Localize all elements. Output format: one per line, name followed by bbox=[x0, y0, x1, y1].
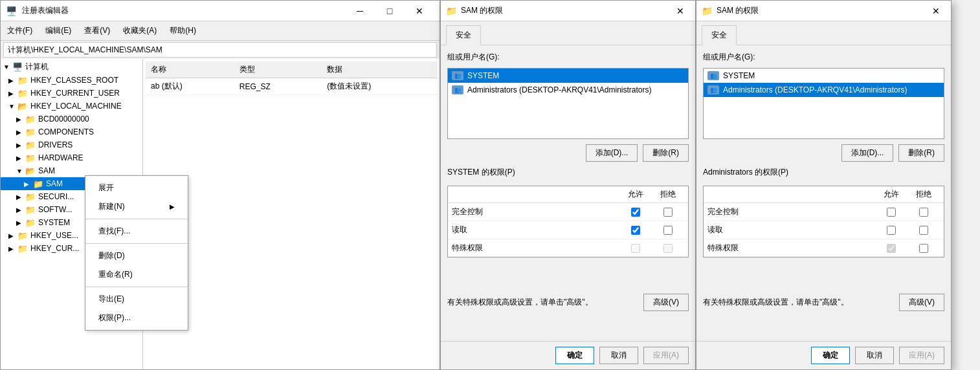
ctx-export[interactable]: 导出(E) bbox=[85, 290, 188, 309]
dialog2-perm-read-label: 读取 bbox=[707, 224, 875, 235]
menu-view[interactable]: 查看(V) bbox=[78, 23, 117, 39]
dialog2-perm-read-deny[interactable] bbox=[908, 226, 940, 235]
dialog2-checkbox-read-deny[interactable] bbox=[919, 226, 928, 235]
tree-hardware-label: HARDWARE bbox=[38, 153, 84, 162]
dialog1-perm-special-deny[interactable] bbox=[652, 244, 684, 253]
dialog1-perm-row-full: 完全控制 bbox=[448, 203, 688, 221]
dialog2-user-system-icon: 👥 bbox=[707, 71, 719, 80]
menu-file[interactable]: 文件(F) bbox=[1, 23, 39, 39]
tree-computer[interactable]: ▼ 🖥️ 计算机 bbox=[1, 60, 142, 74]
folder-hklm: 📂 bbox=[17, 101, 28, 111]
dialog1-checkbox-read-allow[interactable] bbox=[631, 226, 640, 235]
dialog2-perm-special-allow[interactable] bbox=[875, 244, 908, 253]
close-button[interactable]: ✕ bbox=[405, 1, 434, 21]
folder-software: 📁 bbox=[25, 204, 36, 215]
folder-drivers: 📁 bbox=[25, 140, 36, 150]
dialog2-add-button[interactable]: 添加(D)... bbox=[841, 144, 894, 162]
ctx-rename[interactable]: 重命名(R) bbox=[85, 265, 188, 284]
dialog2-title-text: SAM 的权限 bbox=[717, 5, 922, 16]
dialog1-remove-button[interactable]: 删除(R) bbox=[643, 144, 689, 162]
dialog1-user-system[interactable]: 👥 SYSTEM bbox=[448, 69, 688, 83]
dialog2-user-list[interactable]: 👥 SYSTEM 👥 Administrators (DESKTOP-AKRQV… bbox=[703, 68, 944, 139]
tree-hardware[interactable]: ▶ 📁 HARDWARE bbox=[1, 151, 142, 164]
dialog1-perm-col-deny: 拒绝 bbox=[652, 189, 684, 200]
dialog2-remove-button[interactable]: 删除(R) bbox=[898, 144, 944, 162]
dialog1-ok-button[interactable]: 确定 bbox=[555, 347, 594, 364]
dialog1-advanced-button[interactable]: 高级(V) bbox=[643, 294, 689, 311]
maximize-button[interactable]: □ bbox=[375, 1, 405, 21]
address-label: 计算机\HKEY_LOCAL_MACHINE\SAM\SAM bbox=[8, 45, 162, 56]
dialog1-add-button[interactable]: 添加(D)... bbox=[586, 144, 638, 162]
arrow-hklm: ▼ bbox=[8, 103, 16, 110]
ctx-new-arrow: ▶ bbox=[170, 203, 175, 210]
dialog1-tab-security[interactable]: 安全 bbox=[446, 25, 481, 45]
tree-hkcc-label: HKEY_CUR... bbox=[30, 244, 79, 253]
dialog2-checkbox-special-allow bbox=[887, 244, 896, 253]
dialog2: 📁 SAM 的权限 ✕ 安全 组或用户名(G): 👥 SYSTEM 👥 Admi… bbox=[696, 0, 952, 370]
dialog2-cancel-button[interactable]: 取消 bbox=[855, 347, 894, 364]
dialog2-checkbox-special-deny[interactable] bbox=[919, 244, 928, 253]
menu-help[interactable]: 帮助(H) bbox=[163, 23, 203, 39]
dialog2-footer: 确定 取消 应用(A) bbox=[696, 341, 951, 369]
tree-bcd[interactable]: ▶ 📁 BCD00000000 bbox=[1, 113, 142, 125]
dialog2-checkbox-full-allow[interactable] bbox=[887, 208, 896, 217]
tree-hkcu-label: HKEY_CURRENT_USER bbox=[30, 89, 120, 98]
table-row[interactable]: ab (默认) REG_SZ (数值未设置) bbox=[146, 78, 437, 95]
dialog1-checkbox-special-allow bbox=[631, 244, 640, 253]
dialog1-perm-full-label: 完全控制 bbox=[452, 206, 619, 217]
dialog1-cancel-button[interactable]: 取消 bbox=[599, 347, 638, 364]
dialog1-perm-full-allow[interactable] bbox=[619, 208, 652, 217]
arrow-sam-sam: ▶ bbox=[24, 180, 32, 188]
dialog1-checkbox-read-deny[interactable] bbox=[663, 226, 673, 235]
dialog2-perm-special-deny[interactable] bbox=[908, 244, 940, 253]
dialog1-perm-read-allow[interactable] bbox=[619, 226, 652, 235]
title-bar: 🖥️ 注册表编辑器 ─ □ ✕ bbox=[1, 1, 440, 21]
dialog1-perm-full-deny[interactable] bbox=[652, 208, 684, 217]
ctx-find[interactable]: 查找(F)... bbox=[85, 222, 188, 241]
minimize-button[interactable]: ─ bbox=[345, 1, 375, 21]
dialog1-apply-button[interactable]: 应用(A) bbox=[643, 347, 689, 364]
tree-components[interactable]: ▶ 📁 COMPONENTS bbox=[1, 125, 142, 138]
dialog2-perm-col-deny: 拒绝 bbox=[908, 189, 940, 200]
tree-components-label: COMPONENTS bbox=[38, 127, 94, 136]
context-menu: 展开 新建(N) ▶ 查找(F)... 删除(D) 重命名(R) 导出(E) 权… bbox=[85, 175, 188, 331]
dialog2-apply-button[interactable]: 应用(A) bbox=[899, 347, 944, 364]
menu-edit[interactable]: 编辑(E) bbox=[39, 23, 78, 39]
ctx-new[interactable]: 新建(N) ▶ bbox=[85, 197, 188, 216]
tree-hkcu[interactable]: ▶ 📁 HKEY_CURRENT_USER bbox=[1, 87, 142, 100]
dialog1-close-button[interactable]: ✕ bbox=[671, 2, 690, 20]
dialog2-user-admins[interactable]: 👥 Administrators (DESKTOP-AKRQV41\Admini… bbox=[704, 83, 944, 97]
dialog1-user-list[interactable]: 👥 SYSTEM 👥 Administrators (DESKTOP-AKRQV… bbox=[447, 68, 689, 139]
dialog2-note: 有关特殊权限或高级设置，请单击"高级"。 bbox=[703, 297, 849, 308]
dialog1-checkbox-full-allow[interactable] bbox=[631, 208, 640, 217]
dialog2-close-button[interactable]: ✕ bbox=[926, 2, 946, 20]
dialog2-perm-full-deny[interactable] bbox=[908, 208, 940, 217]
dialog2-perm-row-read: 读取 bbox=[704, 221, 944, 239]
tree-drivers[interactable]: ▶ 📁 DRIVERS bbox=[1, 138, 142, 151]
dialog2-perm-read-allow[interactable] bbox=[875, 226, 908, 235]
dialog2-perm-full-allow[interactable] bbox=[875, 208, 908, 217]
tree-hklm[interactable]: ▼ 📂 HKEY_LOCAL_MACHINE bbox=[1, 100, 142, 113]
ctx-delete[interactable]: 删除(D) bbox=[85, 246, 188, 265]
dialog2-advanced-button[interactable]: 高级(V) bbox=[899, 294, 944, 311]
folder-bcd: 📁 bbox=[25, 114, 36, 124]
dialog1-perm-special-label: 特殊权限 bbox=[452, 243, 619, 254]
menu-favorites[interactable]: 收藏夹(A) bbox=[117, 23, 163, 39]
dialog2-perm-label: Administrators 的权限(P) bbox=[703, 167, 944, 178]
dialog2-checkbox-full-deny[interactable] bbox=[919, 208, 928, 217]
dialog2-user-system-name: SYSTEM bbox=[723, 71, 755, 80]
dialog1-tab-bar: 安全 bbox=[441, 21, 695, 45]
dialog2-user-system[interactable]: 👥 SYSTEM bbox=[704, 69, 944, 83]
dialog1-perm-special-allow[interactable] bbox=[619, 244, 652, 253]
tree-hkcr[interactable]: ▶ 📁 HKEY_CLASSES_ROOT bbox=[1, 74, 142, 87]
col-data: 数据 bbox=[322, 61, 437, 78]
dialog2-tab-security[interactable]: 安全 bbox=[702, 25, 737, 45]
tree-software-label: SOFTW... bbox=[38, 205, 72, 214]
dialog1-perm-read-deny[interactable] bbox=[652, 226, 684, 235]
ctx-expand[interactable]: 展开 bbox=[85, 179, 188, 197]
dialog1-checkbox-full-deny[interactable] bbox=[663, 208, 673, 217]
dialog1-user-admins[interactable]: 👥 Administrators (DESKTOP-AKRQV41\Admini… bbox=[448, 83, 688, 97]
dialog2-checkbox-read-allow[interactable] bbox=[887, 226, 896, 235]
ctx-permissions[interactable]: 权限(P)... bbox=[85, 309, 188, 327]
dialog2-ok-button[interactable]: 确定 bbox=[811, 347, 850, 364]
